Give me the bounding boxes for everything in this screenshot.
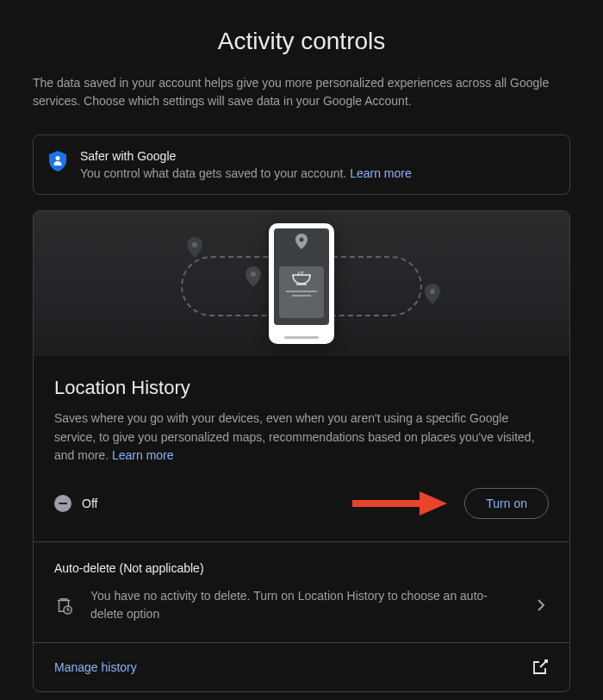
status-label: Off bbox=[82, 497, 97, 510]
svg-point-2 bbox=[251, 272, 256, 277]
location-history-card: Location History Saves where you go with… bbox=[33, 210, 570, 692]
chevron-right-icon bbox=[533, 597, 549, 613]
banner-title: Safer with Google bbox=[80, 149, 554, 163]
svg-marker-6 bbox=[420, 491, 447, 516]
turn-on-button[interactable]: Turn on bbox=[464, 488, 549, 519]
svg-point-4 bbox=[300, 238, 304, 242]
external-link-icon bbox=[532, 659, 549, 676]
paused-icon bbox=[54, 495, 71, 512]
annotation-arrow bbox=[352, 491, 447, 516]
page-title: Activity controls bbox=[33, 0, 570, 74]
shield-icon bbox=[49, 151, 66, 172]
location-history-section: Location History Saves where you go with… bbox=[34, 356, 569, 541]
svg-point-0 bbox=[56, 156, 60, 160]
auto-delete-icon bbox=[54, 596, 73, 615]
map-pin-icon bbox=[246, 266, 261, 287]
location-history-description: Saves where you go with your devices, ev… bbox=[54, 409, 549, 466]
location-illustration bbox=[34, 211, 569, 356]
map-pin-icon bbox=[425, 284, 440, 304]
manage-history-label: Manage history bbox=[54, 660, 137, 674]
location-learn-more-link[interactable]: Learn more bbox=[112, 448, 174, 462]
auto-delete-description: You have no activity to delete. Turn on … bbox=[90, 587, 516, 623]
banner-learn-more-link[interactable]: Learn more bbox=[350, 166, 412, 180]
banner-text: You control what data gets saved to your… bbox=[80, 166, 554, 180]
phone-illustration bbox=[269, 223, 334, 344]
safer-banner: Safer with Google You control what data … bbox=[33, 134, 570, 195]
svg-point-1 bbox=[192, 242, 197, 247]
auto-delete-row[interactable]: You have no activity to delete. Turn on … bbox=[54, 587, 549, 623]
svg-point-3 bbox=[430, 289, 435, 294]
map-pin-icon bbox=[187, 237, 202, 258]
page-subtitle: The data saved in your account helps giv… bbox=[33, 74, 570, 110]
manage-history-link[interactable]: Manage history bbox=[34, 643, 569, 691]
auto-delete-section: Auto-delete (Not applicable) You have no… bbox=[34, 542, 569, 642]
location-history-title: Location History bbox=[54, 377, 549, 399]
auto-delete-title: Auto-delete (Not applicable) bbox=[54, 561, 549, 575]
